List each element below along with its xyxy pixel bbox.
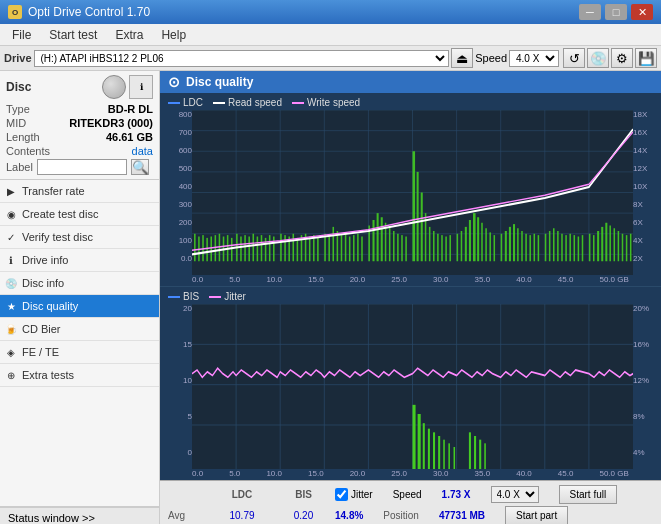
sidebar-item-verify-test-disc[interactable]: ✓ Verify test disc bbox=[0, 226, 159, 249]
svg-rect-133 bbox=[423, 423, 425, 469]
y1-label-0: 0.0 bbox=[164, 254, 192, 263]
disc-section-title: Disc bbox=[6, 80, 31, 94]
avg-label: Avg bbox=[168, 510, 208, 521]
start-part-button[interactable]: Start part bbox=[505, 506, 568, 524]
svg-rect-55 bbox=[357, 234, 359, 262]
svg-rect-92 bbox=[521, 231, 523, 261]
menu-extra[interactable]: Extra bbox=[107, 26, 151, 44]
svg-rect-84 bbox=[485, 228, 487, 261]
svg-rect-56 bbox=[361, 237, 363, 262]
svg-rect-136 bbox=[438, 436, 440, 469]
save-button[interactable]: 💾 bbox=[635, 48, 657, 68]
drive-info-icon: ℹ bbox=[4, 253, 18, 267]
chart2-body: 20 15 10 5 0 bbox=[164, 304, 657, 469]
sidebar-item-transfer-rate[interactable]: ▶ Transfer rate bbox=[0, 180, 159, 203]
x1-50: 50.0 GB bbox=[600, 275, 629, 284]
position-value: 47731 MB bbox=[439, 510, 485, 521]
disc-info-icon[interactable]: ℹ bbox=[129, 75, 153, 99]
x1-5: 5.0 bbox=[229, 275, 240, 284]
svg-rect-142 bbox=[479, 440, 481, 469]
jitter-color bbox=[209, 296, 221, 298]
svg-rect-30 bbox=[248, 237, 250, 262]
svg-rect-107 bbox=[589, 234, 591, 262]
sidebar-item-disc-quality[interactable]: ★ Disc quality bbox=[0, 295, 159, 318]
y1-label-700: 700 bbox=[164, 128, 192, 137]
speed-selector[interactable]: 4.0 X bbox=[491, 486, 539, 503]
svg-rect-78 bbox=[461, 231, 463, 261]
maximize-button[interactable]: □ bbox=[605, 4, 627, 20]
menu-start-test[interactable]: Start test bbox=[41, 26, 105, 44]
svg-rect-47 bbox=[324, 234, 326, 262]
avg-bis: 0.20 bbox=[276, 510, 331, 521]
chart1-container: LDC Read speed Write speed 800 700 600 bbox=[160, 93, 661, 286]
svg-rect-106 bbox=[582, 235, 584, 261]
sidebar-item-fe-te[interactable]: ◈ FE / TE bbox=[0, 341, 159, 364]
sidebar-label-verify-test-disc: Verify test disc bbox=[22, 231, 93, 243]
refresh-button[interactable]: ↺ bbox=[563, 48, 585, 68]
sidebar-item-create-test-disc[interactable]: ◉ Create test disc bbox=[0, 203, 159, 226]
close-button[interactable]: ✕ bbox=[631, 4, 653, 20]
jitter-checkbox[interactable] bbox=[335, 488, 348, 501]
y1-label-800: 800 bbox=[164, 110, 192, 119]
svg-rect-22 bbox=[215, 235, 217, 261]
chart1-body: 800 700 600 500 400 300 200 100 0.0 bbox=[164, 110, 657, 275]
svg-rect-103 bbox=[569, 234, 571, 262]
jitter-checkbox-group: Jitter bbox=[335, 488, 373, 501]
svg-rect-80 bbox=[469, 220, 471, 261]
legend-read-speed: Read speed bbox=[213, 97, 282, 108]
x1-35: 35.0 bbox=[475, 275, 491, 284]
svg-rect-44 bbox=[309, 237, 311, 262]
menu-file[interactable]: File bbox=[4, 26, 39, 44]
app-icon: O bbox=[8, 5, 22, 19]
eject-button[interactable]: ⏏ bbox=[451, 48, 473, 68]
stats-header-bis: BIS bbox=[276, 489, 331, 500]
svg-rect-53 bbox=[349, 237, 351, 262]
sidebar-item-drive-info[interactable]: ℹ Drive info bbox=[0, 249, 159, 272]
svg-rect-115 bbox=[622, 234, 624, 262]
y2-20: 20 bbox=[164, 304, 192, 313]
x2-25: 25.0 bbox=[391, 469, 407, 478]
svg-rect-60 bbox=[381, 217, 383, 261]
speed-select[interactable]: 4.0 X bbox=[509, 50, 559, 67]
legend-jitter-label: Jitter bbox=[224, 291, 246, 302]
svg-rect-143 bbox=[484, 443, 486, 469]
status-window-button[interactable]: Status window >> bbox=[0, 507, 159, 524]
menu-help[interactable]: Help bbox=[153, 26, 194, 44]
y1r-4x: 4X bbox=[633, 236, 657, 245]
chart1-y-axis-right: 18X 16X 14X 12X 10X 8X 6X 4X 2X bbox=[633, 110, 657, 275]
status-window: Status window >> bbox=[0, 506, 159, 524]
svg-rect-59 bbox=[377, 213, 379, 261]
sidebar-label-drive-info: Drive info bbox=[22, 254, 68, 266]
y1-label-300: 300 bbox=[164, 200, 192, 209]
disc-label-input[interactable] bbox=[37, 159, 127, 175]
svg-rect-113 bbox=[614, 228, 616, 261]
svg-rect-87 bbox=[501, 234, 503, 262]
svg-rect-135 bbox=[433, 432, 435, 469]
disc-type-value: BD-R DL bbox=[108, 103, 153, 115]
sidebar-label-disc-info: Disc info bbox=[22, 277, 64, 289]
disc-button[interactable]: 💿 bbox=[587, 48, 609, 68]
x1-45: 45.0 bbox=[558, 275, 574, 284]
sidebar-label-cd-bier: CD Bier bbox=[22, 323, 61, 335]
sidebar-item-disc-info[interactable]: 💿 Disc info bbox=[0, 272, 159, 295]
svg-rect-51 bbox=[341, 235, 343, 261]
disc-label-button[interactable]: 🔍 bbox=[131, 159, 149, 175]
sidebar-item-cd-bier[interactable]: 🍺 CD Bier bbox=[0, 318, 159, 341]
sidebar-item-extra-tests[interactable]: ⊕ Extra tests bbox=[0, 364, 159, 387]
svg-rect-28 bbox=[240, 237, 242, 262]
settings-button[interactable]: ⚙ bbox=[611, 48, 633, 68]
disc-quality-title: Disc quality bbox=[186, 75, 253, 89]
disc-quality-icon: ★ bbox=[4, 299, 18, 313]
svg-rect-66 bbox=[405, 237, 407, 262]
y2r-8pct: 8% bbox=[633, 412, 657, 421]
x1-30: 30.0 bbox=[433, 275, 449, 284]
drive-select[interactable]: (H:) ATAPI iHBS112 2 PL06 bbox=[34, 50, 450, 67]
fe-te-icon: ◈ bbox=[4, 345, 18, 359]
start-full-button[interactable]: Start full bbox=[559, 485, 618, 504]
svg-rect-114 bbox=[618, 231, 620, 261]
svg-rect-74 bbox=[441, 235, 443, 261]
svg-rect-64 bbox=[397, 234, 399, 262]
minimize-button[interactable]: ─ bbox=[579, 4, 601, 20]
svg-rect-79 bbox=[465, 227, 467, 261]
svg-rect-81 bbox=[473, 213, 476, 261]
